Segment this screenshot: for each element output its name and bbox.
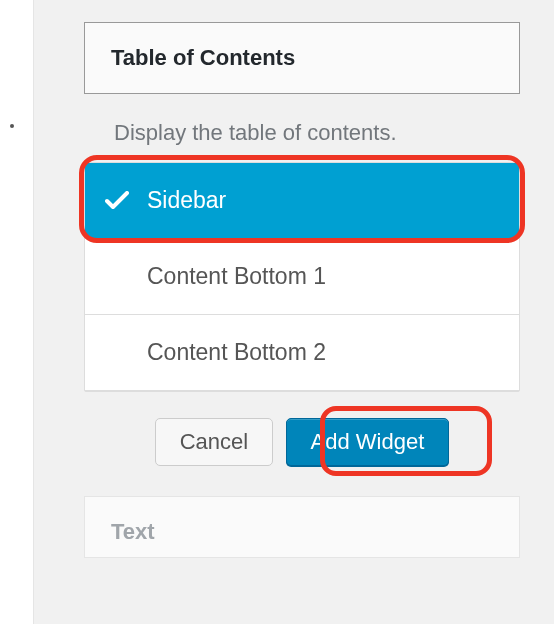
option-label: Content Bottom 2	[147, 339, 326, 365]
next-widget-header[interactable]: Text	[84, 496, 520, 558]
option-content-bottom-2[interactable]: Content Bottom 2	[85, 315, 519, 391]
widget-area-options: Sidebar Content Bottom 1 Content Bottom …	[84, 162, 520, 392]
widget-actions: Cancel Add Widget	[84, 418, 520, 466]
option-content-bottom-1[interactable]: Content Bottom 1	[85, 239, 519, 315]
checkmark-icon	[105, 191, 129, 211]
sidebar-marker	[10, 124, 14, 128]
cancel-button[interactable]: Cancel	[155, 418, 273, 466]
widget-description: Display the table of contents.	[114, 120, 520, 146]
next-widget-title: Text	[111, 519, 493, 545]
widget-header[interactable]: Table of Contents	[84, 22, 520, 94]
option-sidebar[interactable]: Sidebar	[85, 163, 519, 239]
widget-title: Table of Contents	[111, 45, 493, 71]
option-label: Content Bottom 1	[147, 263, 326, 289]
left-sidebar-edge	[0, 0, 34, 624]
widget-config-panel: Table of Contents Display the table of c…	[34, 0, 554, 558]
add-widget-button[interactable]: Add Widget	[286, 418, 450, 466]
option-label: Sidebar	[147, 187, 226, 213]
